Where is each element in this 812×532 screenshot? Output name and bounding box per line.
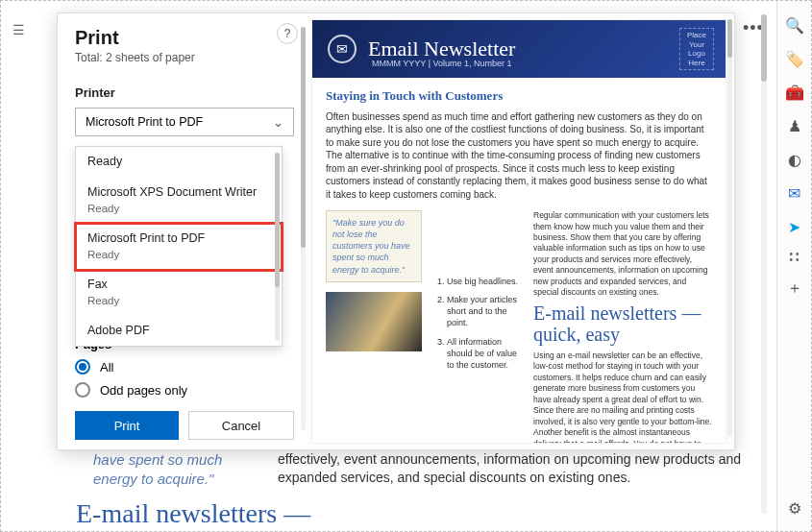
list-item: Use big headlines. xyxy=(447,276,522,287)
browser-sidebar: 🔍 🏷️ 🧰 ♟ ◐ ✉ ➤ • •• • ＋ ⚙ xyxy=(776,1,811,531)
help-icon[interactable]: ? xyxy=(277,23,298,44)
printer-option[interactable]: Ready xyxy=(76,147,282,178)
printer-label: Printer xyxy=(75,85,294,100)
radio-icon xyxy=(75,359,90,375)
copilot-icon[interactable]: ◐ xyxy=(788,151,801,169)
bg-heading: E-mail newsletters — xyxy=(76,498,753,529)
toolbox-icon[interactable]: 🧰 xyxy=(785,84,804,102)
numbered-list: Use big headlines. Make your articles sh… xyxy=(433,276,522,371)
outline-icon[interactable]: ☰ xyxy=(12,22,25,37)
envelope-icon: ✉ xyxy=(328,35,357,63)
tag-icon[interactable]: 🏷️ xyxy=(785,50,804,68)
add-icon[interactable]: ＋ xyxy=(787,278,802,299)
left-pane-scrollbar[interactable] xyxy=(301,27,306,430)
preview-page: ✉ Email Newsletter MMMM YYYY | Volume 1,… xyxy=(311,19,726,444)
dialog-subtitle: Total: 2 sheets of paper xyxy=(75,51,294,64)
print-options-pane: ? Print Total: 2 sheets of paper Printer… xyxy=(58,13,308,449)
print-dialog: ? Print Total: 2 sheets of paper Printer… xyxy=(57,12,735,450)
outlook-icon[interactable]: ✉ xyxy=(788,184,800,203)
newsletter-header: ✉ Email Newsletter MMMM YYYY | Volume 1,… xyxy=(312,20,726,78)
radio-icon xyxy=(75,382,90,398)
chevron-down-icon: ⌄ xyxy=(273,115,283,130)
list-item: Make your articles short and to the poin… xyxy=(447,294,522,328)
page-scrollbar[interactable] xyxy=(761,14,767,514)
logo-placeholder: Place Your Logo Here xyxy=(679,28,714,70)
gear-icon[interactable]: ⚙ xyxy=(788,499,801,518)
sidebar-overflow-icon[interactable]: • •• • xyxy=(790,252,800,263)
cancel-button[interactable]: Cancel xyxy=(188,411,294,440)
dropdown-scrollbar[interactable] xyxy=(275,153,280,341)
games-icon[interactable]: ♟ xyxy=(788,117,801,135)
radio-odd-pages[interactable]: Odd pages only xyxy=(75,382,294,398)
body-paragraph: Often businesses spend as much time and … xyxy=(326,110,712,202)
newsletter-image xyxy=(326,292,422,351)
newsletter-meta: MMMM YYYY | Volume 1, Number 1 xyxy=(372,59,512,68)
print-preview-pane: ✉ Email Newsletter MMMM YYYY | Volume 1,… xyxy=(308,13,734,449)
printer-option[interactable]: Fax Ready xyxy=(76,270,282,316)
dialog-title: Print xyxy=(75,27,294,49)
radio-all-pages[interactable]: All xyxy=(75,359,294,375)
print-button[interactable]: Print xyxy=(75,411,179,440)
printer-dropdown[interactable]: Microsoft Print to PDF ⌄ xyxy=(75,108,294,136)
printer-option[interactable]: Adobe PDF xyxy=(76,316,282,347)
body-paragraph: Using an e-mail newsletter can be an eff… xyxy=(533,351,712,444)
telegram-icon[interactable]: ➤ xyxy=(788,218,800,236)
bg-quote: have spent so much energy to acquire." xyxy=(93,450,247,490)
printer-dropdown-list: Ready Microsoft XPS Document Writer Read… xyxy=(75,146,283,347)
preview-scrollbar[interactable] xyxy=(727,19,732,437)
background-document: have spent so much energy to acquire." e… xyxy=(76,450,753,529)
printer-option-highlighted[interactable]: Microsoft Print to PDF Ready xyxy=(76,224,282,270)
pull-quote: "Make sure you do not lose the customers… xyxy=(326,210,422,282)
bg-paragraph: effectively, event announcements, inform… xyxy=(278,450,753,487)
side-paragraph xyxy=(433,210,522,268)
list-item: All information should be of value to th… xyxy=(447,336,522,371)
section-heading: Staying in Touch with Customers xyxy=(326,87,712,105)
search-icon[interactable]: 🔍 xyxy=(785,16,804,35)
printer-selected: Microsoft Print to PDF xyxy=(86,115,203,129)
intro-paragraph: Regular communication with your customer… xyxy=(533,210,712,299)
section-heading: E-mail newsletters — quick, easy xyxy=(533,302,712,345)
printer-option[interactable]: Microsoft XPS Document Writer Ready xyxy=(76,178,282,224)
